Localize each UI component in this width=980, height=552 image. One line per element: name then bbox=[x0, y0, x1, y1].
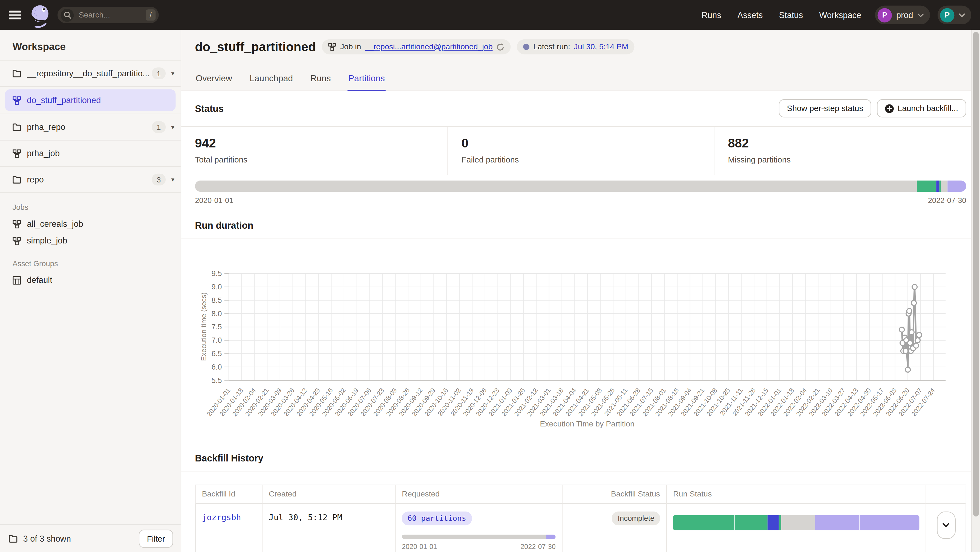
sidebar-item-label: repo bbox=[27, 175, 152, 184]
sidebar-item-label: __repository__do_stuff_partitio... bbox=[27, 69, 152, 78]
latest-run-badge: Latest run: Jul 30, 5:14 PM bbox=[517, 40, 635, 54]
main-content: do_stuff_partitioned Job in __reposi...a… bbox=[181, 30, 980, 552]
col-backfill-id: Backfill Id bbox=[196, 485, 262, 504]
job-origin-prefix: Job in bbox=[340, 43, 361, 51]
workspace-sidebar: Workspace __repository__do_stuff_partiti… bbox=[0, 30, 181, 552]
y-tick-label: 8.5 bbox=[211, 296, 222, 305]
sidebar-item-do-stuff-partitioned[interactable]: do_stuff_partitioned bbox=[5, 89, 175, 111]
sidebar-section-label: Jobs bbox=[0, 193, 181, 216]
job-icon bbox=[13, 149, 22, 158]
data-point-marker bbox=[917, 332, 922, 337]
bar-segment bbox=[195, 181, 917, 192]
sidebar-sections: Jobsall_cereals_jobsimple_jobAsset Group… bbox=[0, 193, 181, 289]
sidebar-footer: 3 of 3 shown Filter bbox=[0, 524, 181, 552]
show-per-step-status-button[interactable]: Show per-step status bbox=[779, 99, 871, 117]
table-row-requested: 60 partitions 2020-01-01 2022-07-30 bbox=[395, 504, 562, 552]
x-axis-caption: Execution Time by Partition bbox=[540, 419, 635, 428]
latest-run-label: Latest run: bbox=[533, 43, 570, 51]
expand-caret-icon[interactable]: ▾ bbox=[171, 124, 174, 130]
stat-failed-partitions: 0 Failed partitions bbox=[447, 127, 713, 175]
tab-launchpad[interactable]: Launchpad bbox=[249, 68, 294, 91]
col-actions bbox=[926, 485, 966, 504]
deployment-avatar: P bbox=[878, 8, 892, 22]
bar-segment bbox=[546, 535, 556, 539]
data-point-marker bbox=[907, 341, 912, 346]
table-row-actions bbox=[926, 504, 966, 552]
expand-caret-icon[interactable]: ▾ bbox=[171, 70, 174, 77]
bar-segment bbox=[948, 181, 966, 192]
y-tick-label: 6.0 bbox=[211, 363, 222, 371]
latest-run-link[interactable]: Jul 30, 5:14 PM bbox=[574, 43, 628, 51]
table-row-backfill-id: jozrgsbh bbox=[196, 504, 262, 552]
bar-segment bbox=[861, 516, 920, 530]
user-menu[interactable]: P bbox=[937, 6, 971, 24]
tab-runs[interactable]: Runs bbox=[310, 68, 331, 91]
sidebar-item-all_cereals_job[interactable]: all_cereals_job bbox=[0, 216, 181, 233]
sidebar-item-label: simple_job bbox=[27, 236, 168, 245]
sidebar-item-prha-job[interactable]: prha_job bbox=[0, 141, 181, 166]
deployment-switcher[interactable]: P prod bbox=[875, 6, 930, 24]
scrollbar-thumb[interactable] bbox=[973, 32, 979, 516]
job-tabs: OverviewLaunchpadRunsPartitions bbox=[195, 68, 385, 91]
job-icon bbox=[13, 236, 22, 245]
expand-row-button[interactable] bbox=[937, 512, 955, 539]
table-row-run-status bbox=[666, 504, 926, 552]
expand-caret-icon[interactable]: ▾ bbox=[171, 176, 174, 183]
job-count-badge: 3 bbox=[152, 174, 165, 186]
backfill-status-badge: Incomplete bbox=[612, 512, 660, 525]
nav-link-runs[interactable]: Runs bbox=[702, 10, 721, 20]
sidebar-item--repository-do-stuff-partitio-[interactable]: __repository__do_stuff_partitio...1▾ bbox=[0, 60, 181, 86]
nav-link-status[interactable]: Status bbox=[779, 10, 803, 20]
bar-segment bbox=[781, 516, 815, 530]
run-duration-heading: Run duration bbox=[181, 205, 980, 238]
hamburger-menu-icon[interactable] bbox=[9, 11, 21, 19]
user-avatar: P bbox=[940, 8, 955, 22]
global-search[interactable]: / bbox=[57, 7, 159, 23]
sidebar-item-default[interactable]: default bbox=[0, 271, 181, 289]
folder-icon bbox=[13, 69, 22, 78]
col-requested: Requested bbox=[395, 485, 562, 504]
tab-overview[interactable]: Overview bbox=[195, 68, 233, 91]
search-input[interactable] bbox=[78, 10, 146, 20]
refresh-icon[interactable] bbox=[496, 43, 504, 51]
job-icon bbox=[13, 95, 22, 105]
bar-segment bbox=[402, 535, 546, 539]
tab-partitions[interactable]: Partitions bbox=[348, 68, 385, 91]
col-run-status: Run Status bbox=[666, 485, 926, 504]
sidebar-item-repo[interactable]: repo3▾ bbox=[0, 167, 181, 193]
partition-status-bar[interactable] bbox=[195, 181, 966, 192]
sidebar-title: Workspace bbox=[0, 30, 181, 60]
y-tick-label: 6.5 bbox=[211, 349, 222, 358]
y-tick-label: 9.5 bbox=[211, 269, 222, 278]
data-point-marker bbox=[909, 330, 914, 335]
partition-stats: 942 Total partitions 0 Failed partitions… bbox=[181, 127, 980, 175]
bar-segment bbox=[936, 181, 939, 192]
run-duration-chart: 2020-01-012020-01-182020-02-042020-02-21… bbox=[181, 239, 980, 439]
launch-backfill-button[interactable]: Launch backfill... bbox=[877, 99, 966, 117]
dagster-app: / RunsAssetsStatusWorkspace P prod P Wor… bbox=[0, 0, 980, 552]
data-point-marker bbox=[907, 309, 912, 314]
requested-partitions-chip[interactable]: 60 partitions bbox=[402, 512, 472, 525]
job-count-badge: 1 bbox=[152, 68, 165, 79]
sidebar-item-simple_job[interactable]: simple_job bbox=[0, 232, 181, 249]
stat-total-partitions: 942 Total partitions bbox=[181, 127, 447, 175]
dagster-logo bbox=[29, 4, 51, 29]
sidebar-item-label: prha_repo bbox=[27, 122, 152, 132]
run-status-bar[interactable] bbox=[673, 516, 920, 530]
y-tick-label: 5.5 bbox=[211, 376, 222, 385]
backfill-id-link[interactable]: jozrgsbh bbox=[202, 513, 241, 522]
sidebar-item-prha-repo[interactable]: prha_repo1▾ bbox=[0, 114, 181, 140]
bar-segment bbox=[815, 516, 860, 530]
page-scrollbar[interactable] bbox=[971, 30, 980, 552]
nav-link-workspace[interactable]: Workspace bbox=[819, 10, 861, 20]
data-point-marker bbox=[914, 343, 919, 348]
sidebar-item-label: do_stuff_partitioned bbox=[27, 95, 169, 105]
bar-segment bbox=[778, 516, 781, 530]
filter-button[interactable]: Filter bbox=[139, 529, 173, 547]
y-tick-label: 9.0 bbox=[211, 282, 222, 291]
nav-link-assets[interactable]: Assets bbox=[737, 10, 763, 20]
job-origin-link[interactable]: __reposi...artitioned@partitioned_job bbox=[365, 43, 493, 51]
search-icon bbox=[60, 8, 74, 22]
data-point-marker bbox=[899, 327, 904, 332]
sidebar-item-label: all_cereals_job bbox=[27, 219, 168, 228]
